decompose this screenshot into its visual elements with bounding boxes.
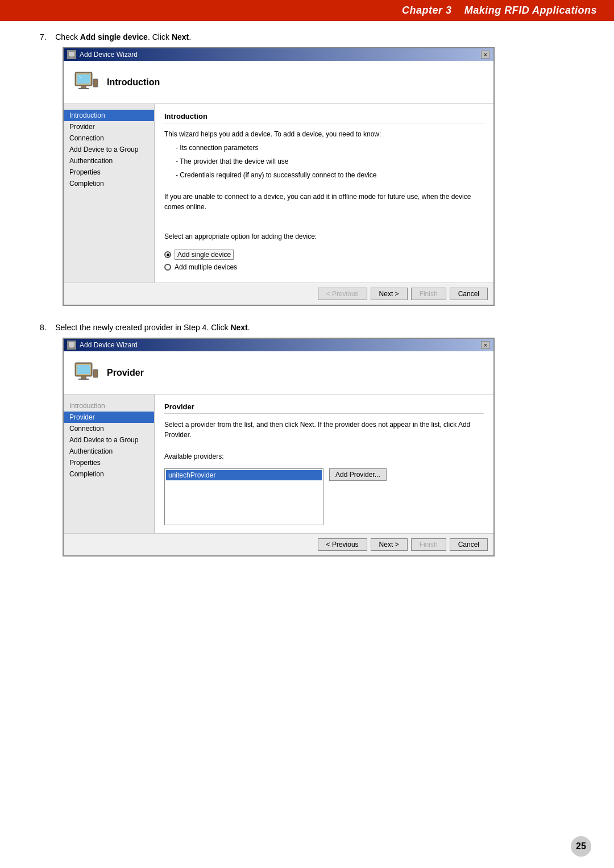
wizard-radio-group: Add single device Add multiple devices [164,250,484,271]
prev-button-1[interactable]: < Previous [318,288,367,300]
wizard-bullet-1: - Its connection parameters [176,143,484,153]
wizard-bullet-3: - Credentials required (if any) to succe… [176,170,484,180]
svg-rect-7 [81,86,86,88]
wizard-device-icon-2 [73,358,100,387]
finish-button-1[interactable]: Finish [411,288,446,300]
radio-label-multiple: Add multiple devices [175,263,237,271]
provider-item-unitech[interactable]: unitechProvider [166,470,322,480]
step-7: 7. Check Add single device. Click Next. [28,32,586,306]
wizard-bullet-2: - The provider that the device will use [176,156,484,167]
svg-rect-18 [78,379,89,380]
sidebar-item-add-device-group-1[interactable]: Add Device to a Group [64,144,154,155]
provider-section: unitechProvider Add Provider... [164,465,484,525]
sidebar-item-connection-2[interactable]: Connection [64,423,154,434]
step-7-label: 7. Check Add single device. Click Next. [40,32,586,41]
wizard-available-label: Available providers: [164,451,484,462]
wizard-header-2: Provider [64,351,493,394]
sidebar-item-provider-1[interactable]: Provider [64,121,154,132]
wizard-provider-para1: Select a provider from the list, and the… [164,420,484,440]
svg-rect-17 [81,376,86,379]
prev-button-2[interactable]: < Previous [318,538,367,551]
radio-add-multiple[interactable]: Add multiple devices [164,263,484,271]
wizard-window-2: Add Device Wizard × [63,338,495,556]
wizard-footer-2: < Previous Next > Finish Cancel [64,533,493,555]
wizard-content-title-1: Introduction [164,112,484,123]
sidebar-item-properties-2[interactable]: Properties [64,457,154,468]
svg-rect-1 [69,52,74,56]
wizard-main-1: Introduction Provider Connection Add Dev… [64,104,493,283]
wizard-header-1: Introduction [64,61,493,104]
sidebar-item-completion-2[interactable]: Completion [64,468,154,480]
sidebar-item-add-device-group-2[interactable]: Add Device to a Group [64,434,154,446]
wizard-device-icon-1 [73,68,100,97]
wizard-title-icon-2 [67,340,76,350]
radio-add-single[interactable]: Add single device [164,250,484,260]
page-number: 25 [571,836,591,857]
svg-rect-12 [70,347,73,348]
next-button-1[interactable]: Next > [371,288,408,300]
wizard-select-label: Select an appropriate option for adding … [164,231,484,242]
wizard-close-btn-2[interactable]: × [481,341,490,349]
wizard-titlebar-left-2: Add Device Wizard [67,340,138,350]
radio-btn-single[interactable] [164,251,171,258]
sidebar-item-properties-1[interactable]: Properties [64,167,154,178]
wizard-header-title-2: Provider [107,368,144,378]
chapter-title: Making RFID Applications [464,5,597,16]
finish-button-2[interactable]: Finish [411,538,446,551]
wizard-footer-1: < Previous Next > Finish Cancel [64,283,493,305]
chapter-label: Chapter 3 [402,5,452,16]
cancel-button-2[interactable]: Cancel [450,538,488,551]
sidebar-item-introduction-1[interactable]: Introduction [64,110,154,121]
wizard-window-1: Add Device Wizard × [63,47,495,306]
step-8-label: 8. Select the newly created provider in … [40,323,586,332]
wizard-titlebar-2: Add Device Wizard × [64,339,493,351]
svg-rect-2 [70,56,73,57]
wizard-close-btn-1[interactable]: × [481,51,490,59]
svg-rect-5 [77,74,90,84]
wizard-content-2: Provider Select a provider from the list… [155,394,493,533]
wizard-titlebar-1: Add Device Wizard × [64,48,493,61]
sidebar-item-authentication-2[interactable]: Authentication [64,446,154,457]
sidebar-item-provider-2[interactable]: Provider [64,412,154,423]
wizard-intro-para2: If you are unable to connect to a device… [164,192,484,212]
wizard-titlebar-left-1: Add Device Wizard [67,50,138,59]
svg-rect-8 [78,88,89,89]
wizard-title-text-1: Add Device Wizard [80,51,138,59]
sidebar-item-introduction-2[interactable]: Introduction [64,400,154,412]
sidebar-item-authentication-1[interactable]: Authentication [64,155,154,167]
wizard-content-title-2: Provider [164,402,484,414]
sidebar-item-connection-1[interactable]: Connection [64,132,154,144]
sidebar-item-completion-1[interactable]: Completion [64,178,154,189]
provider-list[interactable]: unitechProvider [164,468,323,525]
wizard-intro-para1: This wizard helps you add a device. To a… [164,129,484,139]
radio-btn-multiple[interactable] [164,264,171,271]
svg-rect-19 [93,369,98,377]
wizard-title-text-2: Add Device Wizard [80,341,138,349]
svg-rect-9 [93,79,98,87]
wizard-title-icon-1 [67,50,76,59]
svg-rect-11 [69,342,74,347]
wizard-sidebar-1: Introduction Provider Connection Add Dev… [64,104,155,283]
wizard-sidebar-2: Introduction Provider Connection Add Dev… [64,394,155,533]
wizard-content-1: Introduction This wizard helps you add a… [155,104,493,283]
cancel-button-1[interactable]: Cancel [450,288,488,300]
wizard-header-title-1: Introduction [107,77,160,88]
radio-label-single: Add single device [175,250,234,260]
wizard-main-2: Introduction Provider Connection Add Dev… [64,394,493,533]
add-provider-button[interactable]: Add Provider... [329,468,387,481]
next-button-2[interactable]: Next > [371,538,408,551]
chapter-header: Chapter 3 Making RFID Applications [0,0,614,21]
svg-rect-15 [77,365,90,374]
step-8: 8. Select the newly created provider in … [28,323,586,556]
